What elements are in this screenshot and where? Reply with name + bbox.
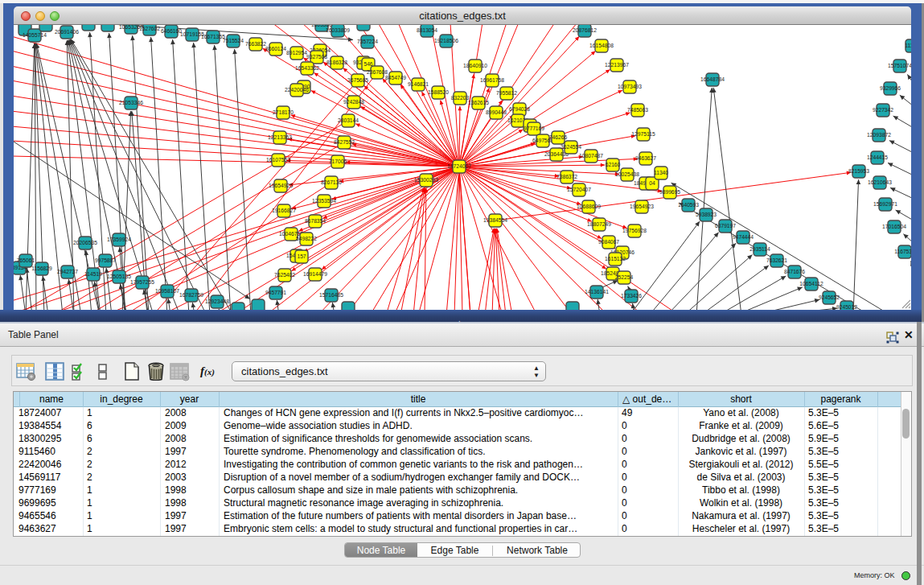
svg-text:14055714: 14055714 (23, 32, 47, 38)
svg-text:9329966: 9329966 (880, 85, 901, 91)
svg-text:3675685: 3675685 (347, 77, 368, 83)
svg-text:19384554: 19384554 (483, 217, 507, 223)
svg-text:6794028: 6794028 (509, 106, 530, 112)
svg-text:20691406: 20691406 (55, 29, 79, 35)
svg-text:7663822: 7663822 (245, 41, 266, 47)
svg-text:9242848: 9242848 (343, 99, 364, 105)
svg-text:10807487: 10807487 (579, 153, 603, 159)
svg-text:16671355: 16671355 (201, 34, 225, 39)
svg-text:10688609: 10688609 (577, 204, 601, 209)
svg-text:9457791: 9457791 (265, 290, 286, 295)
svg-text:7386372: 7386372 (556, 174, 577, 179)
svg-text:9146821: 9146821 (408, 81, 429, 87)
svg-text:8678354: 8678354 (305, 218, 326, 224)
svg-text:16154808: 16154808 (589, 43, 614, 48)
svg-text:3624554: 3624554 (561, 144, 581, 150)
svg-text:19756928: 19756928 (622, 228, 647, 233)
svg-text:16107553: 16107553 (266, 157, 290, 163)
svg-text:5498222: 5498222 (296, 236, 317, 241)
svg-text:18724007: 18724007 (447, 163, 471, 169)
svg-text:8267130: 8267130 (321, 179, 342, 185)
svg-text:17016504: 17016504 (882, 224, 906, 229)
svg-text:8813054: 8813054 (417, 27, 437, 33)
svg-text:12975115: 12975115 (631, 131, 655, 137)
svg-text:2935114: 2935114 (749, 246, 770, 252)
svg-text:17957255: 17957255 (130, 279, 154, 285)
svg-text:16961758: 16961758 (480, 77, 504, 83)
svg-text:717006: 717006 (329, 159, 347, 164)
svg-text:15720407: 15720407 (567, 187, 591, 192)
svg-text:6379197: 6379197 (715, 223, 736, 229)
svg-text:10973493: 10973493 (618, 84, 642, 89)
svg-text:16914479: 16914479 (303, 271, 327, 277)
svg-text:9227342: 9227342 (873, 107, 893, 113)
svg-text:1615132: 1615132 (605, 256, 626, 262)
svg-text:10025438: 10025438 (615, 171, 639, 177)
svg-text:1527602: 1527602 (139, 26, 160, 31)
svg-text:19654923: 19654923 (630, 204, 654, 209)
svg-text:5938923: 5938923 (696, 212, 717, 217)
svg-text:7485063: 7485063 (627, 107, 648, 113)
svg-text:16543362: 16543362 (295, 65, 319, 71)
svg-text:765061: 765061 (17, 257, 35, 263)
svg-text:832203: 832203 (451, 95, 470, 101)
svg-text:19654925: 19654925 (269, 183, 293, 188)
svg-text:9327503: 9327503 (306, 54, 327, 60)
svg-text:16033809: 16033809 (326, 27, 350, 33)
svg-text:15300293: 15300293 (414, 177, 438, 183)
svg-text:15751074: 15751074 (888, 63, 911, 68)
svg-text:16210643: 16210643 (868, 179, 892, 185)
svg-text:14136141: 14136141 (585, 289, 609, 295)
svg-text:1640593: 1640593 (678, 202, 699, 208)
svg-text:12213967: 12213967 (605, 62, 629, 68)
svg-text:12923448: 12923448 (205, 299, 229, 304)
svg-text:21053346: 21053346 (119, 100, 143, 105)
svg-text:12093872: 12093872 (867, 132, 891, 138)
svg-text:9474444: 9474444 (733, 234, 754, 240)
svg-text:1167533: 1167533 (894, 249, 911, 254)
svg-text:9463627: 9463627 (635, 155, 656, 161)
svg-text:11173: 11173 (905, 43, 911, 48)
svg-text:9084067: 9084067 (598, 239, 619, 245)
svg-text:7625402: 7625402 (274, 272, 295, 278)
svg-text:9975887: 9975887 (95, 257, 116, 263)
svg-text:19218506: 19218506 (434, 38, 458, 43)
svg-text:8660124: 8660124 (265, 46, 286, 51)
svg-text:2803144: 2803144 (338, 117, 359, 123)
svg-text:157: 157 (297, 253, 306, 259)
svg-text:62160: 62160 (606, 162, 621, 167)
svg-text:04: 04 (649, 180, 655, 186)
svg-text:20876812: 20876812 (573, 27, 597, 33)
svg-text:19166827: 19166827 (272, 208, 296, 213)
svg-text:7632621: 7632621 (766, 257, 787, 263)
svg-text:2367608: 2367608 (367, 69, 388, 75)
svg-text:1156829: 1156829 (31, 266, 52, 271)
svg-text:1733426: 1733426 (621, 293, 642, 299)
svg-text:8990448: 8990448 (486, 109, 507, 115)
svg-text:114519: 114519 (84, 271, 102, 277)
svg-text:8215953: 8215953 (848, 168, 869, 174)
svg-text:11340: 11340 (654, 170, 668, 175)
svg-text:7515524: 7515524 (223, 38, 244, 43)
svg-text:1244415: 1244415 (867, 154, 888, 160)
svg-text:8427552: 8427552 (334, 139, 355, 145)
svg-text:2942737: 2942737 (57, 269, 78, 274)
svg-text:8454749: 8454749 (385, 75, 406, 80)
svg-text:10654112: 10654112 (799, 281, 823, 286)
svg-text:22420046: 22420046 (285, 87, 309, 93)
svg-text:16648784: 16648784 (700, 76, 725, 82)
svg-text:9245012: 9245012 (836, 304, 857, 310)
svg-text:9899695: 9899695 (659, 189, 680, 195)
svg-text:6466160: 6466160 (161, 28, 182, 34)
svg-text:9777169: 9777169 (524, 126, 544, 131)
svg-text:12353594: 12353594 (312, 198, 336, 204)
svg-text:1588520: 1588520 (428, 89, 449, 95)
svg-text:18640910: 18640910 (463, 63, 487, 68)
svg-text:12505135: 12505135 (107, 274, 131, 279)
svg-text:17359924: 17359924 (107, 237, 131, 242)
svg-text:7357224: 7357224 (357, 39, 378, 44)
svg-text:8186328: 8186328 (326, 60, 347, 65)
svg-text:9245652: 9245652 (819, 295, 840, 300)
svg-text:8912954: 8912954 (286, 50, 307, 56)
svg-text:18807249: 18807249 (587, 221, 611, 227)
